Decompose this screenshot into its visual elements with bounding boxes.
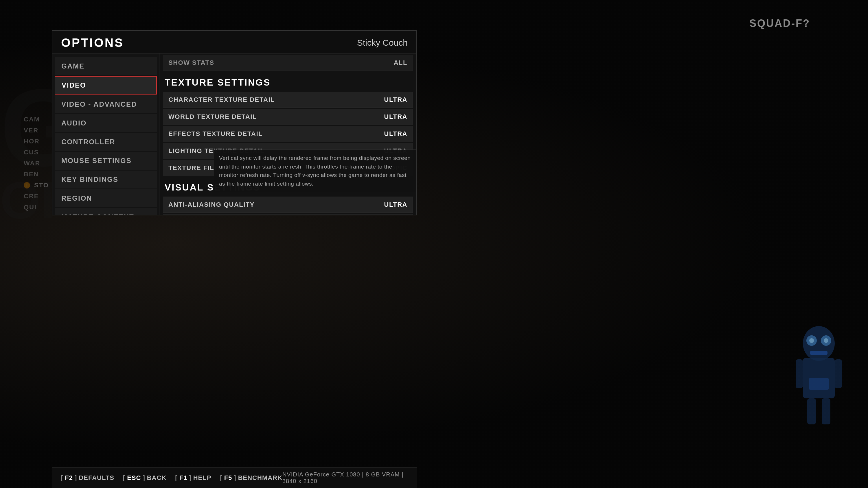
description-text: Vertical sync will delay the rendered fr… (219, 155, 410, 187)
anti-aliasing-quality-row[interactable]: ANTI-ALIASING QUALITY ULTRA (163, 197, 413, 213)
sidebar-item-region[interactable]: REGION (55, 189, 157, 207)
svg-point-5 (824, 338, 828, 343)
left-menu-item: BEN (24, 170, 49, 178)
footer-key-benchmark[interactable]: [ F5 ] BENCHMARK (220, 474, 282, 482)
sidebar: GAME VIDEO VIDEO - ADVANCED AUDIO CONTRO… (52, 54, 159, 215)
svg-rect-9 (807, 398, 816, 424)
effects-texture-detail-row[interactable]: EFFECTS TEXTURE DETAIL ULTRA (163, 126, 413, 142)
svg-rect-11 (809, 378, 829, 390)
svg-point-4 (809, 338, 814, 343)
footer-key-defaults[interactable]: [ F2 ] DEFAULTS (61, 474, 114, 482)
hardware-info: NVIDIA GeForce GTX 1080 | 8 GB VRAM | 38… (282, 471, 408, 485)
svg-rect-10 (822, 398, 830, 424)
dialog-header: OPTIONS Sticky Couch (52, 31, 416, 54)
sidebar-item-game[interactable]: GAME (55, 57, 157, 75)
world-texture-detail-row[interactable]: WORLD TEXTURE DETAIL ULTRA (163, 109, 413, 125)
sidebar-item-controller[interactable]: CONTROLLER (55, 133, 157, 151)
sidebar-item-audio[interactable]: AUDIO (55, 114, 157, 132)
robot-decoration (787, 320, 850, 430)
left-menu-item: ! STO (24, 182, 49, 189)
left-game-menu: CAM VER HOR CUS WAR BEN ! STO CRE QUI (24, 116, 49, 215)
sidebar-item-mouse-settings[interactable]: MOUSE SETTINGS (55, 152, 157, 170)
temporal-aa-sharpening-row[interactable]: TEMPORAL AA SHARPENING - + 0 (163, 214, 413, 215)
character-texture-detail-row[interactable]: CHARACTER TEXTURE DETAIL ULTRA (163, 92, 413, 108)
left-menu-item: QUI (24, 203, 49, 211)
footer-key-help[interactable]: [ F1 ] HELP (175, 474, 211, 482)
dialog-user: Sticky Couch (357, 38, 408, 48)
left-menu-item: WAR (24, 160, 49, 167)
left-menu-item: CUS (24, 149, 49, 156)
sidebar-item-video-advanced[interactable]: VIDEO - ADVANCED (55, 95, 157, 113)
sidebar-item-video[interactable]: VIDEO (55, 76, 157, 95)
dialog-title: OPTIONS (61, 36, 124, 50)
svg-rect-7 (796, 359, 803, 388)
footer-key-back[interactable]: [ ESC ] BACK (123, 474, 166, 482)
sidebar-item-key-bindings[interactable]: KEY BINDINGS (55, 170, 157, 189)
svg-rect-8 (835, 359, 842, 388)
sidebar-item-mature-content[interactable]: MATURE CONTENT (55, 208, 157, 215)
left-menu-item: CAM (24, 116, 49, 123)
left-menu-item: CRE (24, 193, 49, 200)
footer-keys: [ F2 ] DEFAULTS [ ESC ] BACK [ F1 ] HELP… (61, 474, 282, 482)
footer-bar: [ F2 ] DEFAULTS [ ESC ] BACK [ F1 ] HELP… (52, 467, 416, 488)
description-box: Vertical sync will delay the rendered fr… (214, 150, 416, 192)
texture-settings-heading: TEXTURE SETTINGS (163, 72, 413, 91)
top-logo: SQUAD-F? (749, 18, 810, 30)
options-dialog: OPTIONS Sticky Couch GAME VIDEO VIDEO - … (52, 30, 416, 216)
show-stats-row[interactable]: SHOW STATS ALL (163, 55, 413, 71)
left-menu-item: HOR (24, 138, 49, 145)
left-menu-item: VER (24, 127, 49, 134)
svg-rect-6 (810, 351, 828, 355)
